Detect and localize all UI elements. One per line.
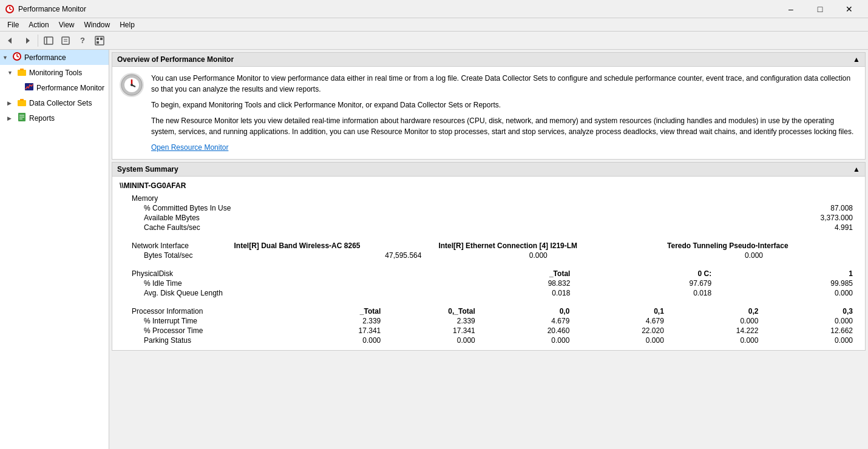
proc-time-0total: 17.341	[385, 326, 480, 336]
proc-time-total: 17.341	[291, 326, 386, 336]
proc-time-01: 22.020	[574, 326, 669, 336]
svg-rect-20	[20, 69, 24, 70]
svg-rect-12	[97, 38, 99, 40]
proc-col-01: 0,1	[574, 306, 669, 316]
svg-marker-4	[8, 38, 12, 44]
cache-faults-value: 4.991	[640, 223, 858, 232]
perf-icon	[12, 52, 22, 63]
overview-para1: You can use Performance Monitor to view …	[151, 73, 858, 95]
interrupt-01: 4.679	[574, 316, 669, 326]
new-view-button[interactable]	[92, 33, 107, 48]
svg-rect-22	[18, 100, 26, 106]
open-resource-monitor-link[interactable]: Open Resource Monitor	[151, 143, 228, 152]
menu-help[interactable]: Help	[115, 18, 140, 32]
sidebar-item-monitoring-tools[interactable]: ▼ Monitoring Tools	[0, 65, 109, 80]
bytes-total-label: Bytes Total/sec	[120, 251, 234, 260]
window-title: Performance Monitor	[18, 5, 86, 13]
physicaldisk-table: PhysicalDisk _Total 0 C: 1 % Idle Time 9…	[120, 269, 858, 298]
interrupt-0total: 2.339	[385, 316, 480, 326]
interrupt-total: 2.339	[291, 316, 386, 326]
overview-para3: The new Resource Monitor lets you view d…	[151, 115, 858, 137]
bytes-total-teredo: 0.000	[655, 251, 858, 260]
svg-rect-14	[97, 41, 99, 44]
disk-queue-total: 0.018	[434, 288, 575, 298]
network-col-teredo: Teredo Tunneling Pseudo-Interface	[655, 241, 858, 251]
network-table: Network Interface Intel[R] Dual Band Wir…	[120, 241, 858, 260]
expand-arrow-reports[interactable]: ▶	[7, 115, 15, 121]
svg-rect-19	[18, 70, 26, 76]
proc-time-02: 14.222	[669, 326, 764, 336]
menu-bar: File Action View Window Help	[0, 18, 868, 32]
overview-body: You can use Performance Monitor to view …	[112, 67, 865, 159]
menu-file[interactable]: File	[2, 18, 24, 32]
menu-view[interactable]: View	[54, 18, 80, 32]
svg-rect-8	[62, 37, 69, 44]
svg-rect-6	[44, 37, 53, 44]
memory-label: Memory	[120, 194, 640, 203]
disk-queue-0c: 0.018	[575, 288, 716, 298]
proc-col-total: _Total	[291, 306, 386, 316]
interrupt-00: 4.679	[480, 316, 575, 326]
overview-section: Overview of Performance Monitor ▲ You ca…	[112, 52, 866, 160]
scroll-up-btn2[interactable]: ▲	[853, 165, 860, 174]
proc-col-03: 0,3	[763, 306, 858, 316]
sidebar-label-performance: Performance	[24, 53, 66, 62]
sidebar-label-data-collector: Data Collector Sets	[29, 99, 92, 107]
proc-col-02: 0,2	[669, 306, 764, 316]
svg-line-3	[10, 9, 12, 10]
system-summary-content: \\MININT-GG0AFAR Memory % Committed Byte…	[112, 177, 865, 350]
menu-action[interactable]: Action	[24, 18, 53, 32]
main-layout: ▼ Performance ▼ Monitoring Tools	[0, 50, 868, 449]
network-col-intel-eth: Intel[R] Ethernet Connection [4] I219-LM	[426, 241, 655, 251]
back-button[interactable]	[2, 33, 18, 48]
overview-text: You can use Performance Monitor to view …	[151, 73, 858, 153]
toolbar-separator-1	[38, 35, 38, 47]
title-bar: Performance Monitor – □ ✕	[0, 0, 868, 18]
properties-button[interactable]	[58, 33, 73, 48]
maximize-button[interactable]: □	[806, 0, 834, 18]
disk-queue-label: Avg. Disk Queue Length	[120, 288, 434, 298]
available-mbytes-value: 3,373.000	[640, 213, 858, 223]
close-button[interactable]: ✕	[835, 0, 863, 18]
monitoring-tools-icon	[17, 67, 27, 78]
sidebar-item-data-collector[interactable]: ▶ Data Collector Sets	[0, 95, 109, 110]
perf-monitor-icon	[24, 82, 34, 93]
proc-time-03: 12.662	[763, 326, 858, 336]
idle-time-label: % Idle Time	[120, 279, 434, 288]
sidebar-item-performance-monitor[interactable]: ▶ Performance Monitor	[0, 80, 109, 95]
data-collector-icon	[17, 97, 27, 109]
window-controls: – □ ✕	[777, 0, 863, 18]
sidebar-label-performance-monitor: Performance Monitor	[36, 84, 104, 92]
network-label: Network Interface	[120, 241, 234, 251]
svg-rect-23	[20, 99, 24, 101]
processor-table: Processor Information _Total 0,_Total 0,…	[120, 306, 858, 345]
show-hide-console-button[interactable]	[41, 33, 56, 48]
expand-arrow-monitoring[interactable]: ▼	[7, 70, 15, 76]
sidebar-label-monitoring-tools: Monitoring Tools	[29, 69, 82, 77]
expand-arrow-performance[interactable]: ▼	[2, 55, 10, 61]
svg-rect-13	[100, 38, 103, 40]
parking-02: 0.000	[669, 336, 764, 345]
hostname: \\MININT-GG0AFAR	[120, 181, 858, 190]
pd-col-0c: 0 C:	[575, 269, 716, 279]
bytes-total-eth: 0.000	[426, 251, 655, 260]
expand-arrow-dc[interactable]: ▶	[7, 100, 15, 106]
committed-bytes-label: % Committed Bytes In Use	[120, 203, 640, 213]
sidebar-label-reports: Reports	[29, 114, 55, 123]
network-col-intel-wifi: Intel[R] Dual Band Wireless-AC 8265	[234, 241, 427, 251]
help-button[interactable]: ?	[75, 33, 90, 48]
sidebar-item-reports[interactable]: ▶ Reports	[0, 110, 109, 126]
minimize-button[interactable]: –	[777, 0, 805, 18]
proc-time-00: 20.460	[480, 326, 575, 336]
memory-table: Memory % Committed Bytes In Use 87.008 A…	[120, 194, 858, 232]
menu-window[interactable]: Window	[80, 18, 115, 32]
parking-00: 0.000	[480, 336, 575, 345]
idle-time-total: 98.832	[434, 279, 575, 288]
bytes-total-wifi: 47,595.564	[234, 251, 427, 260]
toolbar: ?	[0, 32, 868, 50]
system-summary-section: System Summary ▲ \\MININT-GG0AFAR Memory…	[112, 162, 866, 351]
forward-button[interactable]	[19, 33, 35, 48]
sidebar-item-performance[interactable]: ▼ Performance	[0, 50, 109, 65]
scroll-up-btn[interactable]: ▲	[853, 55, 860, 64]
processor-time-label: % Processor Time	[120, 326, 291, 336]
